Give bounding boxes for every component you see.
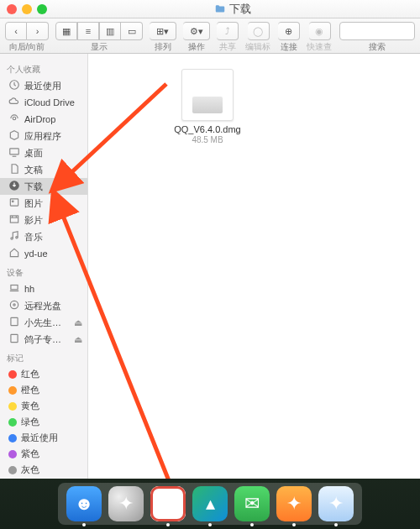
sidebar-item-label: 最近使用 bbox=[24, 80, 61, 92]
view-gallery-button[interactable]: ▭ bbox=[121, 22, 143, 40]
dock-launchpad[interactable]: ✦ bbox=[108, 486, 144, 521]
close-icon[interactable] bbox=[7, 4, 17, 14]
tag-dot-icon bbox=[8, 434, 17, 443]
sidebar-item-label: AirDrop bbox=[24, 114, 55, 124]
arrange-group: ⊞▾ 排列 bbox=[150, 22, 176, 53]
sidebar-item-label: 最近使用 bbox=[21, 432, 58, 444]
svg-rect-12 bbox=[11, 317, 18, 325]
sidebar-item[interactable]: 黄色 bbox=[0, 398, 87, 414]
action-button[interactable]: ⚙▾ bbox=[183, 22, 210, 40]
clock-icon bbox=[8, 79, 20, 92]
toolbar: ‹ › 向后/向前 ▦ ≡ ▥ ▭ 显示 ⊞▾ 排列 ⚙▾ 操作 ⤴ 共享 bbox=[0, 18, 420, 54]
dock: ☻ ✦ ◯ ▴ ✉ ✦ ✦ bbox=[58, 483, 362, 525]
sidebar-item[interactable]: 下载 bbox=[0, 178, 87, 195]
dock-app-2[interactable]: ✉ bbox=[234, 486, 270, 521]
disk-icon bbox=[8, 316, 20, 329]
sidebar-item[interactable]: 灰色 bbox=[0, 462, 87, 478]
cloud-icon bbox=[8, 96, 20, 109]
connect-label: 连接 bbox=[281, 41, 297, 53]
sidebar-item-label: hh bbox=[24, 284, 34, 294]
sidebar-item[interactable]: 影片 bbox=[0, 212, 87, 228]
window-title: 下载 bbox=[214, 2, 251, 17]
connect-button[interactable]: ⊕ bbox=[278, 22, 300, 40]
eject-icon[interactable]: ⏏ bbox=[74, 334, 82, 345]
content-area[interactable]: QQ_V6.4.0.dmg 48.5 MB bbox=[88, 54, 420, 479]
download-icon bbox=[8, 180, 20, 193]
home-icon bbox=[8, 247, 20, 260]
dock-app-1[interactable]: ▴ bbox=[192, 486, 228, 521]
view-column-button[interactable]: ▥ bbox=[99, 22, 121, 40]
back-button[interactable]: ‹ bbox=[5, 22, 27, 40]
view-group: ▦ ≡ ▥ ▭ 显示 bbox=[55, 22, 143, 53]
edit-tags-button[interactable]: ◯ bbox=[248, 22, 270, 40]
forward-button[interactable]: › bbox=[27, 22, 49, 40]
folder-icon bbox=[214, 3, 226, 15]
tag-dot-icon bbox=[8, 386, 17, 395]
sidebar-item-label: 桌面 bbox=[24, 147, 43, 160]
sidebar-item[interactable]: 最近使用 bbox=[0, 77, 87, 94]
sidebar-item-label: 鸽子专… bbox=[24, 333, 61, 346]
minimize-icon[interactable] bbox=[22, 4, 32, 14]
sidebar-item[interactable]: 图片 bbox=[0, 195, 87, 212]
sidebar-item-label: 文稿 bbox=[24, 164, 43, 176]
sidebar-item[interactable]: 应用程序 bbox=[0, 128, 87, 144]
svg-rect-9 bbox=[11, 285, 18, 290]
eject-icon[interactable]: ⏏ bbox=[74, 317, 82, 328]
sidebar-item-label: 远程光盘 bbox=[24, 300, 61, 312]
sidebar-item[interactable]: 小先生…⏏ bbox=[0, 314, 87, 331]
dock-app-4[interactable]: ✦ bbox=[318, 486, 354, 521]
window-title-text: 下载 bbox=[229, 2, 251, 17]
dmg-icon bbox=[181, 69, 234, 121]
sidebar-heading: 个人收藏 bbox=[0, 59, 87, 77]
sidebar-item[interactable]: 最近使用 bbox=[0, 430, 87, 446]
sidebar-item[interactable]: 远程光盘 bbox=[0, 297, 87, 314]
sidebar-item-label: 应用程序 bbox=[24, 130, 61, 143]
movie-icon bbox=[8, 213, 20, 227]
svg-point-7 bbox=[11, 238, 13, 239]
share-button[interactable]: ⤴ bbox=[217, 22, 239, 40]
sidebar-item[interactable]: AirDrop bbox=[0, 111, 87, 128]
svg-rect-4 bbox=[10, 199, 18, 206]
quicklook-button[interactable]: ◉ bbox=[309, 22, 331, 40]
search-group: 搜索 bbox=[339, 22, 415, 53]
disk-icon bbox=[8, 333, 20, 346]
nav-group: ‹ › 向后/向前 bbox=[5, 22, 49, 53]
laptop-icon bbox=[8, 282, 20, 296]
music-icon bbox=[8, 230, 20, 244]
svg-point-5 bbox=[12, 201, 13, 202]
sidebar-item[interactable]: iCloud Drive bbox=[0, 94, 87, 111]
sidebar-item[interactable]: 紫色 bbox=[0, 446, 87, 462]
sidebar-item[interactable]: 文稿 bbox=[0, 161, 87, 178]
sidebar-item[interactable]: 音乐 bbox=[0, 228, 87, 245]
search-input[interactable] bbox=[339, 22, 415, 40]
zoom-icon[interactable] bbox=[37, 4, 47, 14]
nav-label: 向后/向前 bbox=[9, 41, 45, 53]
sidebar-item[interactable]: 鸽子专…⏏ bbox=[0, 331, 87, 348]
svg-point-1 bbox=[13, 117, 16, 120]
dock-finder[interactable]: ☻ bbox=[66, 486, 102, 521]
arrange-button[interactable]: ⊞▾ bbox=[150, 22, 176, 40]
dock-chrome[interactable]: ◯ bbox=[150, 486, 186, 521]
airdrop-icon bbox=[8, 113, 20, 126]
dock-app-3[interactable]: ✦ bbox=[276, 486, 312, 521]
sidebar-heading: 设备 bbox=[0, 262, 87, 280]
desktop-bg: ☻ ✦ ◯ ▴ ✉ ✦ ✦ bbox=[0, 479, 420, 529]
sidebar-item-label: 灰色 bbox=[21, 464, 39, 476]
view-icon-button[interactable]: ▦ bbox=[55, 22, 77, 40]
share-group: ⤴ 共享 bbox=[217, 22, 239, 53]
sidebar-item[interactable]: hh bbox=[0, 280, 87, 297]
sidebar-item[interactable]: 橙色 bbox=[0, 382, 87, 398]
sidebar-item[interactable]: yd-ue bbox=[0, 245, 87, 262]
view-list-button[interactable]: ≡ bbox=[77, 22, 99, 40]
sidebar: 个人收藏最近使用iCloud DriveAirDrop应用程序桌面文稿下载图片影… bbox=[0, 54, 88, 479]
file-item[interactable]: QQ_V6.4.0.dmg 48.5 MB bbox=[167, 69, 248, 144]
svg-rect-6 bbox=[10, 216, 18, 223]
sidebar-item[interactable]: 绿色 bbox=[0, 414, 87, 430]
sidebar-item[interactable]: 桌面 bbox=[0, 144, 87, 161]
desktop-icon bbox=[8, 146, 20, 160]
sidebar-heading: 标记 bbox=[0, 348, 87, 366]
sidebar-item[interactable]: 红色 bbox=[0, 366, 87, 382]
titlebar: 下载 bbox=[0, 0, 420, 18]
sidebar-item-label: 下载 bbox=[24, 181, 43, 193]
tag-dot-icon bbox=[8, 450, 17, 458]
